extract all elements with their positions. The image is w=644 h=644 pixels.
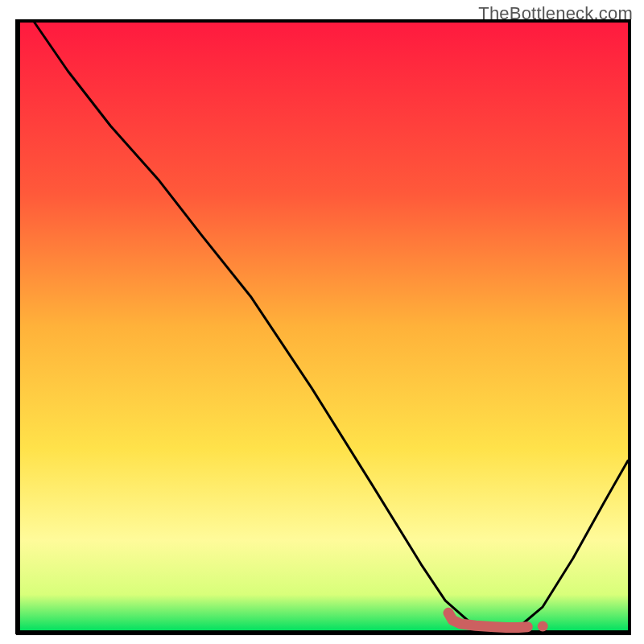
highlight-dot <box>538 621 548 632</box>
chart-svg <box>0 0 644 644</box>
chart-container: TheBottleneck.com <box>0 0 644 644</box>
watermark-text: TheBottleneck.com <box>478 3 633 24</box>
plot-background <box>19 23 628 631</box>
